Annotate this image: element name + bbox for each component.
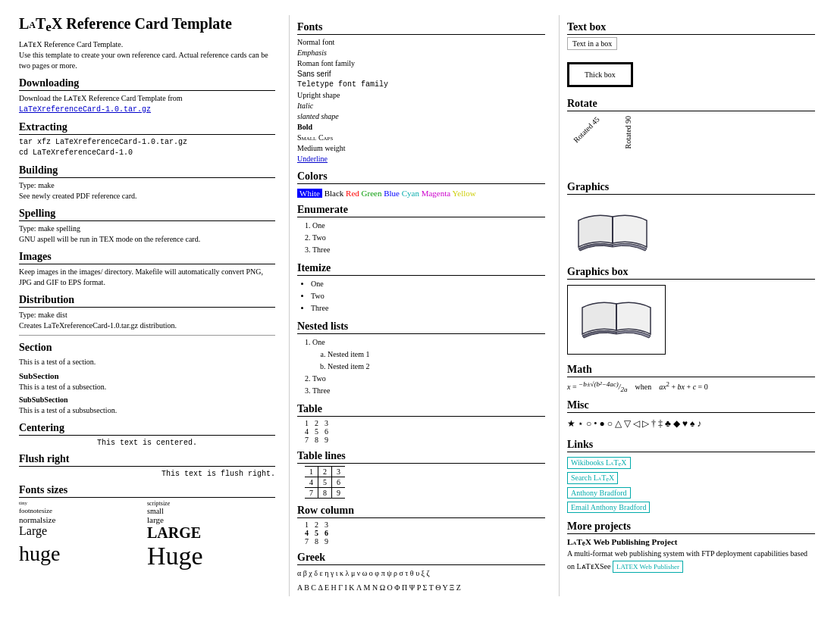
subsubsection-title: SubSubSection [19, 395, 275, 404]
extracting-content: tar xfz LaTeXreferenceCard-1.0.tar.gz cd… [19, 137, 275, 158]
table-title: Table [297, 403, 545, 417]
flushright-title: Flush right [19, 453, 275, 467]
list-item: Two [312, 373, 545, 385]
color-black: Black [325, 189, 346, 198]
project-description: A multi-format web publishing system wit… [567, 549, 815, 575]
list-item: Nested item 1 [328, 349, 545, 361]
table-row: 4 5 6 [305, 477, 345, 488]
font-italic: Italic [297, 101, 545, 111]
table-lines: 1 2 3 4 5 6 7 8 9 [305, 466, 345, 499]
page-title: LaTeX Reference Card Template [19, 15, 275, 35]
link-item: Email Anthony Bradford [567, 500, 815, 514]
enumerate-list: One Two Three [297, 220, 545, 256]
spelling-content: Type: make spelling GNU aspell will be r… [19, 224, 275, 245]
graphics-box-svg [571, 289, 662, 349]
link-anthony[interactable]: Anthony Bradford [567, 487, 631, 499]
fs-tiny-label: tiny [19, 500, 147, 507]
list-item: One [311, 278, 545, 290]
fs-LARGE-label: LARGE [147, 524, 275, 542]
link-publisher[interactable]: LATEX Web Publisher [613, 561, 683, 574]
table-row: 789 [305, 436, 334, 444]
spelling-title: Spelling [19, 208, 275, 221]
book-svg [567, 198, 658, 258]
color-yellow: Yellow [453, 189, 476, 198]
font-underline: Underline [297, 154, 545, 164]
misc-title: Misc [567, 399, 815, 413]
flushright-text: This text is flush right. [19, 470, 275, 478]
color-white: White [297, 189, 322, 198]
project-title: LaTeX Web Publishing Project [567, 537, 815, 547]
fs-small-label: small [147, 507, 275, 515]
color-cyan: Cyan [402, 189, 422, 198]
font-emphasis: Emphasis [297, 48, 545, 58]
table-row: 7 8 9 [305, 488, 345, 499]
graphics-image [567, 198, 815, 260]
table-row: 123 [305, 521, 334, 529]
greek-lower: α β χ δ ε η γ ι κ λ μ ν ω ο φ π ψ ρ σ τ … [297, 567, 545, 580]
font-roman: Roman font family [297, 58, 545, 69]
link-email[interactable]: Email Anthony Bradford [567, 502, 650, 513]
table-row: 123 [305, 419, 334, 427]
rotate-section: Rotated 45 Rotated 90 [567, 114, 815, 175]
nested-title: Nested lists [297, 320, 545, 334]
images-title: Images [19, 251, 275, 264]
graphics-title: Graphics [567, 181, 815, 195]
font-slanted: slanted shape [297, 111, 545, 122]
fs-footnotesize-label: footnotesize [19, 507, 147, 515]
fontsizes-content: tiny scriptsize footnotesize small norma… [19, 500, 275, 571]
textbox-simple: Text in a box [567, 37, 617, 50]
fs-huge-label: huge [19, 542, 147, 571]
nested-list: One Nested item 1 Nested item 2 Two Thre… [297, 336, 545, 397]
table-lines-title: Table lines [297, 450, 545, 464]
fs-large-label: large [147, 515, 275, 524]
color-red: Red [346, 189, 361, 198]
links-content: Wikibooks LaTeX Search LaTeX Anthony Bra… [567, 455, 815, 514]
download-link[interactable]: LaTeXreferenceCard-1.0.tar.gz [19, 105, 151, 114]
font-smallcaps: Small Caps [297, 133, 545, 143]
textbox-title: Text box [567, 21, 815, 35]
link-search[interactable]: Search LaTeX [567, 472, 618, 484]
color-magenta: Magenta [422, 189, 453, 198]
rotate-title: Rotate [567, 98, 815, 111]
building-title: Building [19, 164, 275, 178]
fontsizes-title: Fonts sizes [19, 484, 275, 498]
images-content: Keep images in the images/ directory. Ma… [19, 267, 275, 288]
centering-title: Centering [19, 422, 275, 436]
rotated-90-text: Rotated 90 [624, 116, 632, 149]
list-item: Three [312, 385, 545, 397]
simple-table: 123 456 789 [305, 419, 334, 444]
misc-content: ★ ⋆ ○ • ● ○ △ ▽ ◁ ▷ † ‡ ♣ ◆ ♥ ♠ ♪ [567, 416, 815, 433]
itemize-list: One Two Three [297, 278, 545, 314]
font-medium: Medium weight [297, 143, 545, 154]
downloading-content: Download the LᴀTᴇX Reference Card Templa… [19, 93, 275, 115]
more-projects-title: More projects [567, 521, 815, 534]
subsubsection-text: This is a test of a subsubsection. [19, 405, 275, 416]
itemize-title: Itemize [297, 262, 545, 276]
row-column-table: 123 456 789 [305, 521, 334, 546]
list-item: Two [312, 232, 545, 244]
intro-text: LᴀTᴇX Reference Card Template. Use this … [19, 39, 275, 71]
math-content: x = −b±√(b²−4ac)/2a when ax2 + bx + c = … [567, 380, 815, 393]
table-row: 456 [305, 427, 334, 436]
fs-scriptsize-label: scriptsize [147, 500, 275, 507]
link-wikibooks[interactable]: Wikibooks LaTeX [567, 457, 631, 469]
color-green: Green [362, 189, 384, 198]
column-1: LaTeX Reference Card Template LᴀTᴇX Refe… [19, 15, 275, 596]
downloading-title: Downloading [19, 77, 275, 91]
greek-upper: A B C Δ E H Γ I K Λ M N Ω O Φ Π Ψ P Σ T … [297, 582, 545, 594]
colors-title: Colors [297, 170, 545, 184]
colors-content: White Black Red Green Blue Cyan Magenta … [297, 189, 545, 198]
building-content: Type: make See newly created PDF referen… [19, 180, 275, 202]
list-item: Three [312, 244, 545, 256]
list-item: Three [311, 302, 545, 314]
fonts-content: Normal font Emphasis Roman font family S… [297, 37, 545, 164]
fs-normalsize-label: normalsize [19, 515, 147, 524]
font-normal: Normal font [297, 37, 545, 48]
subsection-text: This is a test of a subsection. [19, 382, 275, 392]
table-row: 1 2 3 [305, 467, 345, 477]
font-bold: Bold [297, 122, 545, 133]
greek-title: Greek [297, 552, 545, 565]
column-3: Text box Text in a box Thick box Rotate … [559, 15, 815, 596]
list-item: One Nested item 1 Nested item 2 [312, 336, 545, 373]
section-title: Section [19, 342, 275, 355]
